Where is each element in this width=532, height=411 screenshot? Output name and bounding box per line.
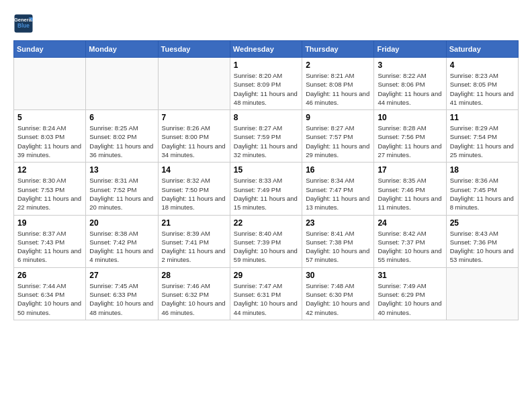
day-info: Sunrise: 8:38 AM Sunset: 7:42 PM Dayligh…: [89, 229, 154, 265]
calendar-week-row: 5Sunrise: 8:24 AM Sunset: 8:03 PM Daylig…: [14, 110, 519, 163]
day-info: Sunrise: 8:33 AM Sunset: 7:49 PM Dayligh…: [234, 176, 298, 212]
calendar-cell: 12Sunrise: 8:30 AM Sunset: 7:53 PM Dayli…: [14, 163, 86, 215]
weekday-header-friday: Friday: [374, 41, 446, 58]
calendar-cell: [158, 58, 230, 110]
weekday-header-monday: Monday: [86, 41, 158, 58]
day-info: Sunrise: 8:34 AM Sunset: 7:47 PM Dayligh…: [306, 176, 370, 212]
day-number: 15: [234, 165, 298, 175]
day-info: Sunrise: 8:28 AM Sunset: 7:56 PM Dayligh…: [378, 124, 442, 159]
day-info: Sunrise: 8:30 AM Sunset: 7:53 PM Dayligh…: [17, 176, 82, 212]
day-info: Sunrise: 8:21 AM Sunset: 8:08 PM Dayligh…: [306, 71, 370, 107]
day-number: 9: [306, 113, 370, 122]
day-info: Sunrise: 7:47 AM Sunset: 6:31 PM Dayligh…: [234, 281, 298, 317]
calendar-cell: 25Sunrise: 8:43 AM Sunset: 7:36 PM Dayli…: [446, 215, 518, 267]
day-info: Sunrise: 7:49 AM Sunset: 6:29 PM Dayligh…: [378, 281, 442, 317]
day-number: 8: [234, 113, 298, 122]
day-number: 7: [162, 113, 226, 122]
calendar-cell: 10Sunrise: 8:28 AM Sunset: 7:56 PM Dayli…: [374, 110, 446, 163]
day-number: 14: [162, 165, 226, 175]
weekday-header-thursday: Thursday: [302, 41, 374, 58]
day-number: 29: [234, 271, 298, 280]
calendar-cell: 20Sunrise: 8:38 AM Sunset: 7:42 PM Dayli…: [86, 215, 158, 267]
svg-text:Blue: Blue: [17, 23, 30, 29]
weekday-header-sunday: Sunday: [14, 41, 86, 58]
day-info: Sunrise: 7:44 AM Sunset: 6:34 PM Dayligh…: [17, 281, 82, 317]
calendar-cell: 2Sunrise: 8:21 AM Sunset: 8:08 PM Daylig…: [302, 58, 374, 110]
calendar-cell: 15Sunrise: 8:33 AM Sunset: 7:49 PM Dayli…: [230, 163, 302, 215]
day-number: 10: [378, 113, 442, 122]
calendar-cell: 14Sunrise: 8:32 AM Sunset: 7:50 PM Dayli…: [158, 163, 230, 215]
calendar-cell: 3Sunrise: 8:22 AM Sunset: 8:06 PM Daylig…: [374, 58, 446, 110]
day-number: 16: [306, 165, 370, 175]
calendar-cell: 5Sunrise: 8:24 AM Sunset: 8:03 PM Daylig…: [14, 110, 86, 163]
day-number: 23: [306, 218, 370, 228]
day-number: 31: [378, 271, 442, 280]
day-info: Sunrise: 7:45 AM Sunset: 6:33 PM Dayligh…: [89, 281, 154, 317]
day-info: Sunrise: 8:42 AM Sunset: 7:37 PM Dayligh…: [378, 229, 442, 265]
day-number: 1: [234, 60, 298, 70]
calendar-cell: [86, 58, 158, 110]
calendar-cell: 16Sunrise: 8:34 AM Sunset: 7:47 PM Dayli…: [302, 163, 374, 215]
day-number: 13: [89, 165, 154, 175]
day-number: 17: [378, 165, 442, 175]
day-number: 20: [89, 218, 154, 228]
day-info: Sunrise: 8:32 AM Sunset: 7:50 PM Dayligh…: [162, 176, 226, 212]
calendar-cell: 26Sunrise: 7:44 AM Sunset: 6:34 PM Dayli…: [14, 267, 86, 320]
calendar-week-row: 19Sunrise: 8:37 AM Sunset: 7:43 PM Dayli…: [14, 215, 519, 267]
day-info: Sunrise: 8:25 AM Sunset: 8:02 PM Dayligh…: [89, 124, 154, 159]
page-header: General Blue: [13, 13, 519, 34]
day-info: Sunrise: 8:20 AM Sunset: 8:09 PM Dayligh…: [234, 71, 298, 107]
calendar-table: SundayMondayTuesdayWednesdayThursdayFrid…: [13, 40, 519, 320]
day-info: Sunrise: 8:27 AM Sunset: 7:59 PM Dayligh…: [234, 124, 298, 159]
weekday-header-wednesday: Wednesday: [230, 41, 302, 58]
day-info: Sunrise: 8:31 AM Sunset: 7:52 PM Dayligh…: [89, 176, 154, 212]
day-info: Sunrise: 7:46 AM Sunset: 6:32 PM Dayligh…: [162, 281, 226, 317]
calendar-cell: 31Sunrise: 7:49 AM Sunset: 6:29 PM Dayli…: [374, 267, 446, 320]
day-number: 28: [162, 271, 226, 280]
weekday-header-row: SundayMondayTuesdayWednesdayThursdayFrid…: [14, 41, 519, 58]
day-number: 5: [17, 113, 82, 122]
day-info: Sunrise: 8:24 AM Sunset: 8:03 PM Dayligh…: [17, 124, 82, 159]
day-info: Sunrise: 8:43 AM Sunset: 7:36 PM Dayligh…: [450, 229, 515, 265]
day-number: 21: [162, 218, 226, 228]
calendar-cell: 9Sunrise: 8:27 AM Sunset: 7:57 PM Daylig…: [302, 110, 374, 163]
day-info: Sunrise: 8:35 AM Sunset: 7:46 PM Dayligh…: [378, 176, 442, 212]
day-info: Sunrise: 8:26 AM Sunset: 8:00 PM Dayligh…: [162, 124, 226, 159]
calendar-cell: 21Sunrise: 8:39 AM Sunset: 7:41 PM Dayli…: [158, 215, 230, 267]
calendar-cell: 18Sunrise: 8:36 AM Sunset: 7:45 PM Dayli…: [446, 163, 518, 215]
calendar-cell: 30Sunrise: 7:48 AM Sunset: 6:30 PM Dayli…: [302, 267, 374, 320]
day-number: 19: [17, 218, 82, 228]
day-number: 4: [450, 60, 515, 70]
day-info: Sunrise: 8:27 AM Sunset: 7:57 PM Dayligh…: [306, 124, 370, 159]
day-number: 3: [378, 60, 442, 70]
calendar-week-row: 1Sunrise: 8:20 AM Sunset: 8:09 PM Daylig…: [14, 58, 519, 110]
logo: General Blue: [13, 13, 34, 34]
day-number: 27: [89, 271, 154, 280]
weekday-header-saturday: Saturday: [446, 41, 518, 58]
day-info: Sunrise: 8:36 AM Sunset: 7:45 PM Dayligh…: [450, 176, 515, 212]
calendar-cell: [14, 58, 86, 110]
logo-icon: General Blue: [13, 13, 34, 34]
calendar-cell: 13Sunrise: 8:31 AM Sunset: 7:52 PM Dayli…: [86, 163, 158, 215]
calendar-cell: 1Sunrise: 8:20 AM Sunset: 8:09 PM Daylig…: [230, 58, 302, 110]
day-number: 18: [450, 165, 515, 175]
calendar-week-row: 26Sunrise: 7:44 AM Sunset: 6:34 PM Dayli…: [14, 267, 519, 320]
day-info: Sunrise: 8:41 AM Sunset: 7:38 PM Dayligh…: [306, 229, 370, 265]
day-number: 11: [450, 113, 515, 122]
day-info: Sunrise: 8:23 AM Sunset: 8:05 PM Dayligh…: [450, 71, 515, 107]
day-number: 24: [378, 218, 442, 228]
day-info: Sunrise: 8:29 AM Sunset: 7:54 PM Dayligh…: [450, 124, 515, 159]
calendar-cell: 27Sunrise: 7:45 AM Sunset: 6:33 PM Dayli…: [86, 267, 158, 320]
calendar-week-row: 12Sunrise: 8:30 AM Sunset: 7:53 PM Dayli…: [14, 163, 519, 215]
calendar-cell: 22Sunrise: 8:40 AM Sunset: 7:39 PM Dayli…: [230, 215, 302, 267]
day-info: Sunrise: 7:48 AM Sunset: 6:30 PM Dayligh…: [306, 281, 370, 317]
calendar-cell: 19Sunrise: 8:37 AM Sunset: 7:43 PM Dayli…: [14, 215, 86, 267]
day-info: Sunrise: 8:22 AM Sunset: 8:06 PM Dayligh…: [378, 71, 442, 107]
calendar-cell: 6Sunrise: 8:25 AM Sunset: 8:02 PM Daylig…: [86, 110, 158, 163]
day-number: 30: [306, 271, 370, 280]
day-info: Sunrise: 8:39 AM Sunset: 7:41 PM Dayligh…: [162, 229, 226, 265]
day-number: 2: [306, 60, 370, 70]
calendar-cell: 24Sunrise: 8:42 AM Sunset: 7:37 PM Dayli…: [374, 215, 446, 267]
day-number: 12: [17, 165, 82, 175]
calendar-cell: 23Sunrise: 8:41 AM Sunset: 7:38 PM Dayli…: [302, 215, 374, 267]
